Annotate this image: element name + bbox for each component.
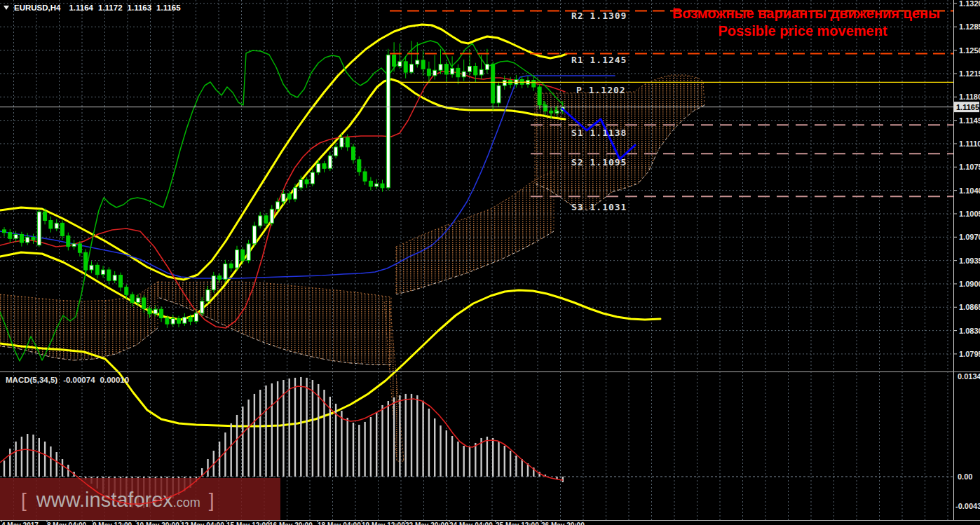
svg-text:S1 1.1138: S1 1.1138 xyxy=(571,128,627,138)
svg-text:8 May 04:00: 8 May 04:00 xyxy=(47,521,87,525)
svg-text:-0.00438: -0.00438 xyxy=(955,502,980,510)
svg-text:1.1250: 1.1250 xyxy=(959,46,980,55)
svg-text:1.0795: 1.0795 xyxy=(959,350,980,358)
svg-text:22 May 20:00: 22 May 20:00 xyxy=(405,521,449,525)
svg-text:24 May 04:00: 24 May 04:00 xyxy=(449,521,493,525)
svg-text:18 May 04:00: 18 May 04:00 xyxy=(318,521,361,525)
svg-text:1.0830: 1.0830 xyxy=(959,327,980,335)
svg-text:MACD(5,34,5)-0.000740.00010: MACD(5,34,5)-0.000740.00010 xyxy=(6,376,129,384)
svg-text:1.1320: 1.1320 xyxy=(959,0,980,8)
svg-text:1.1215: 1.1215 xyxy=(959,69,980,78)
svg-text:S2 1.1095: S2 1.1095 xyxy=(571,157,627,168)
svg-text:1.0935: 1.0935 xyxy=(959,257,980,265)
svg-text:1.0865: 1.0865 xyxy=(959,303,980,311)
svg-text:1.1180: 1.1180 xyxy=(959,93,980,101)
svg-text:EURUSD,H41.11641.11721.11631.1: EURUSD,H41.11641.11721.11631.1165 xyxy=(14,4,181,12)
ohlc-high: 1.1172 xyxy=(98,4,123,12)
svg-text:10 May 20:00: 10 May 20:00 xyxy=(136,521,179,525)
annotation-en: Possible price movement xyxy=(718,23,887,39)
indicator-lines xyxy=(0,25,660,426)
svg-text:26 May 20:00: 26 May 20:00 xyxy=(541,521,585,525)
svg-text:19 May 12:00: 19 May 12:00 xyxy=(362,521,405,525)
svg-text:R1 1.1245: R1 1.1245 xyxy=(571,55,627,65)
macd-value2: 0.00010 xyxy=(100,376,130,384)
ohlc-header: EURUSD,H41.11641.11721.11631.1165 xyxy=(4,4,181,12)
svg-text:0.01348: 0.01348 xyxy=(958,372,980,381)
mt4-chart-window: R2 1.1309R1 1.1245P 1.1202S1 1.1138S2 1.… xyxy=(0,0,980,525)
svg-text:16 May 20:00: 16 May 20:00 xyxy=(269,521,313,525)
svg-text:P 1.1202: P 1.1202 xyxy=(576,85,626,95)
macd-label: MACD(5,34,5) xyxy=(6,376,57,384)
symbol-dropdown-icon[interactable] xyxy=(4,6,9,10)
svg-text:1.1040: 1.1040 xyxy=(959,186,980,195)
svg-text:R2 1.1309: R2 1.1309 xyxy=(571,11,627,21)
watermark: [www.instaforex.com] xyxy=(0,386,563,520)
svg-text:25 May 12:00: 25 May 12:00 xyxy=(496,521,539,525)
svg-text:S3 1.1031: S3 1.1031 xyxy=(571,202,627,212)
eurusd-h4-chart[interactable]: R2 1.1309R1 1.1245P 1.1202S1 1.1138S2 1.… xyxy=(0,0,980,525)
svg-text:9 May 12:00: 9 May 12:00 xyxy=(93,521,132,525)
svg-text:1.1110: 1.1110 xyxy=(959,139,980,148)
svg-text:1.0900: 1.0900 xyxy=(959,280,980,288)
ohlc-open: 1.1164 xyxy=(69,4,93,12)
svg-text:1.0970: 1.0970 xyxy=(959,233,980,241)
ohlc-low: 1.1163 xyxy=(128,4,152,12)
annotation-ru: Возможные варианты движения цены xyxy=(672,6,940,21)
svg-text:12 May 04:00: 12 May 04:00 xyxy=(181,521,224,525)
svg-text:1.1285: 1.1285 xyxy=(959,22,980,31)
svg-text:1.1165: 1.1165 xyxy=(956,103,979,111)
svg-text:4 May 2017: 4 May 2017 xyxy=(1,521,39,525)
macd-value1: -0.00074 xyxy=(63,376,95,384)
macd-header: MACD(5,34,5)-0.000740.00010 xyxy=(6,376,129,384)
svg-text:0.00: 0.00 xyxy=(958,472,972,481)
svg-text:1.1005: 1.1005 xyxy=(959,210,980,218)
symbol-period: EURUSD,H4 xyxy=(14,4,61,12)
svg-text:15 May 12:00: 15 May 12:00 xyxy=(226,521,270,525)
svg-text:1.1075: 1.1075 xyxy=(959,163,980,171)
ohlc-close: 1.1165 xyxy=(156,4,181,12)
svg-text:1.1145: 1.1145 xyxy=(959,116,980,125)
price-annotation: Возможные варианты движения цены Possibl… xyxy=(672,6,940,39)
